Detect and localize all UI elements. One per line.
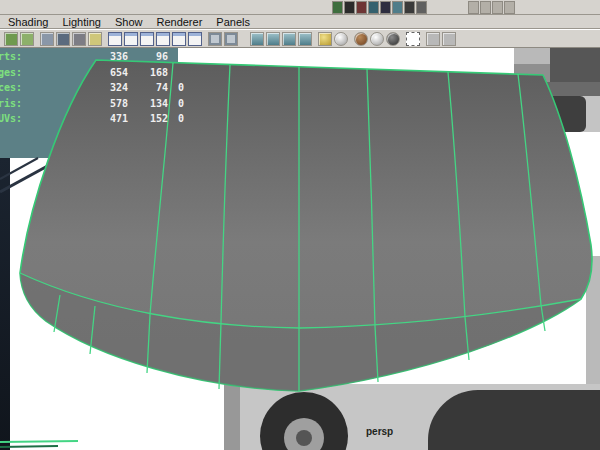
mesh-object[interactable] [20,60,592,391]
perspective-viewport[interactable]: Verts: 336 96 Edges: 654 168 Faces: 324 … [0,48,600,450]
menu-panels[interactable]: Panels [216,16,250,28]
hud-label: Faces: [0,82,22,93]
camera-name-label: persp [366,426,393,437]
panel-menu-bar: Shading Lighting Show Renderer Panels [0,15,600,29]
hud-value: 96 [140,51,168,62]
hud-value: 336 [98,51,128,62]
extra-button-icon[interactable] [442,32,456,46]
hud-value: 74 [140,82,168,93]
isolate-select-icon[interactable] [406,32,420,46]
shelf-icon[interactable] [392,1,403,14]
layout-single-pane-icon[interactable] [108,32,122,46]
shelf-icon[interactable] [404,1,415,14]
grid-snap-icon[interactable] [4,32,18,46]
shaded-mode-icon[interactable] [266,32,280,46]
shelf-icon[interactable] [468,1,479,14]
texture-sphere-icon[interactable] [354,32,368,46]
shelf-icon[interactable] [492,1,503,14]
layout-two-pane-side-icon[interactable] [140,32,154,46]
hud-label: Verts: [0,51,22,62]
hud-value: 0 [168,82,184,93]
hud-value: 168 [140,67,168,78]
film-gate-icon[interactable] [224,32,238,46]
menu-shading[interactable]: Shading [8,16,48,28]
hud-label: UVs: [0,113,22,124]
grid-display-icon[interactable] [208,32,222,46]
hud-value: 324 [98,82,128,93]
menu-renderer[interactable]: Renderer [156,16,202,28]
hud-value: 134 [140,98,168,109]
shelf-icon[interactable] [416,1,427,14]
textured-mode-icon[interactable] [298,32,312,46]
maya-window: Shading Lighting Show Renderer Panels [0,0,600,450]
paint-effects-icon[interactable] [426,32,440,46]
layout-two-pane-stacked-icon[interactable] [156,32,170,46]
hud-value: 471 [98,113,128,124]
menu-show[interactable]: Show [115,16,143,28]
xray-mode-icon[interactable] [386,32,400,46]
menu-lighting[interactable]: Lighting [62,16,101,28]
smooth-shade-mode-icon[interactable] [282,32,296,46]
camera-icon[interactable] [72,32,86,46]
light-icon[interactable] [88,32,102,46]
curve-snap-icon[interactable] [20,32,34,46]
hud-value: 152 [140,113,168,124]
layout-four-pane-icon[interactable] [124,32,138,46]
panel-toolbar [0,30,600,48]
wireframe-mode-icon[interactable] [250,32,264,46]
hud-value: 0 [168,113,184,124]
hud-value: 654 [98,67,128,78]
shelf-icon[interactable] [504,1,515,14]
shelf-icon[interactable] [368,1,379,14]
layout-outliner-pane-icon[interactable] [188,32,202,46]
shelf-strip [0,0,600,15]
point-snap-icon[interactable] [40,32,54,46]
hud-label: Edges: [0,67,22,78]
shelf-icon[interactable] [380,1,391,14]
scene-canvas [0,48,600,450]
layout-three-pane-icon[interactable] [172,32,186,46]
hud-value: 578 [98,98,128,109]
default-light-icon[interactable] [318,32,332,46]
hud-label: Tris: [0,98,22,109]
shelf-icon[interactable] [356,1,367,14]
shelf-icon[interactable] [332,1,343,14]
view-axis-icon[interactable] [56,32,70,46]
hud-value: 0 [168,98,184,109]
lighting-mode-icon[interactable] [334,32,348,46]
default-material-icon[interactable] [370,32,384,46]
shelf-icon[interactable] [344,1,355,14]
shelf-icon[interactable] [480,1,491,14]
